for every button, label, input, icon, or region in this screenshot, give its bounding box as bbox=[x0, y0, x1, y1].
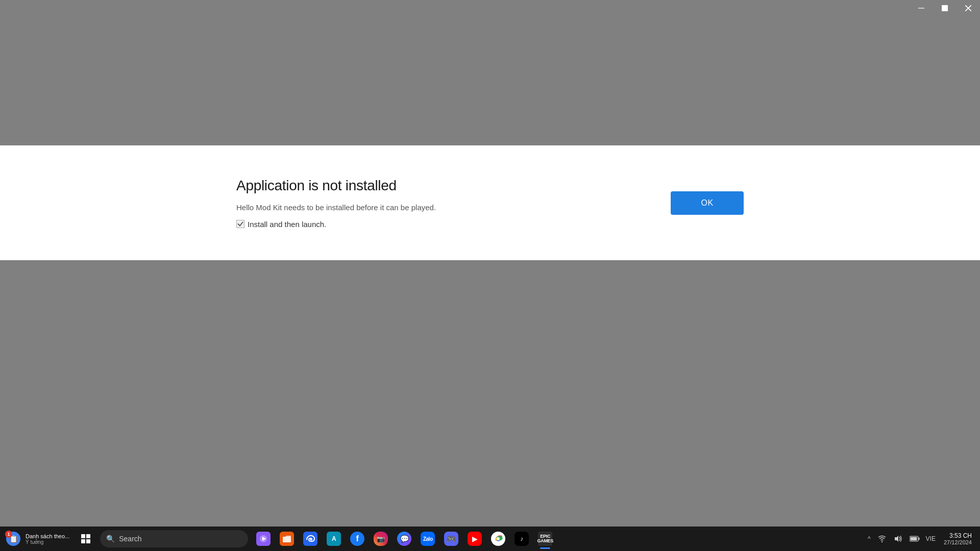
ok-button-container: OK bbox=[671, 145, 744, 260]
clock-time: 3:53 CH bbox=[944, 532, 972, 539]
search-placeholder: Search bbox=[119, 535, 141, 543]
taskbar-app-youtube[interactable]: ▶ bbox=[463, 528, 486, 550]
notification-icon-wrapper: 1 📋 bbox=[4, 530, 22, 548]
bottom-background bbox=[0, 260, 980, 531]
chrome-icon bbox=[491, 532, 505, 546]
taskbar-app-media-player[interactable] bbox=[252, 528, 275, 550]
dialog-title: Application is not installed bbox=[236, 178, 397, 194]
language-indicator[interactable]: VIE bbox=[924, 534, 938, 543]
svg-rect-16 bbox=[918, 538, 919, 540]
epic-games-icon: EPIC GAMES bbox=[538, 532, 552, 546]
notification-text: Danh sách theo... Ý tưởng bbox=[26, 533, 69, 545]
taskbar-app-edge[interactable] bbox=[299, 528, 322, 550]
taskbar-app-zalo[interactable]: Zalo bbox=[416, 528, 439, 550]
notification-title: Danh sách theo... bbox=[26, 533, 69, 539]
taskbar-app-discord[interactable]: 🎮 bbox=[440, 528, 462, 550]
svg-point-12 bbox=[497, 537, 500, 540]
taskbar-app-messenger[interactable]: 💬 bbox=[393, 528, 415, 550]
zalo-icon: Zalo bbox=[421, 532, 435, 546]
taskbar-app-epic-games[interactable]: EPIC GAMES bbox=[534, 528, 556, 550]
search-icon: 🔍 bbox=[106, 535, 115, 543]
taskbar-app-autodesk[interactable]: A bbox=[323, 528, 345, 550]
install-checkbox[interactable] bbox=[236, 220, 244, 228]
svg-rect-5 bbox=[86, 534, 90, 538]
svg-rect-1 bbox=[942, 6, 948, 11]
svg-point-13 bbox=[881, 541, 882, 542]
taskbar-app-instagram[interactable]: 📷 bbox=[370, 528, 392, 550]
taskbar: 1 📋 Danh sách theo... Ý tưởng 🔍 Search bbox=[0, 527, 980, 551]
install-label: Install and then launch. bbox=[248, 220, 326, 229]
taskbar-app-chrome[interactable] bbox=[487, 528, 509, 550]
svg-rect-17 bbox=[910, 537, 917, 541]
minimize-button[interactable] bbox=[910, 0, 933, 16]
system-tray: ^ VIE bbox=[866, 531, 980, 546]
battery-icon[interactable] bbox=[908, 532, 922, 546]
autodesk-icon: A bbox=[327, 532, 341, 546]
instagram-icon: 📷 bbox=[374, 532, 388, 546]
taskbar-app-tiktok[interactable]: ♪ bbox=[510, 528, 533, 550]
volume-icon[interactable] bbox=[891, 532, 905, 546]
taskbar-app-facebook[interactable]: f bbox=[346, 528, 369, 550]
file-explorer-icon bbox=[280, 532, 294, 546]
taskbar-apps: A f 📷 💬 Zalo 🎮 ▶ bbox=[252, 528, 556, 550]
checkbox-row: Install and then launch. bbox=[236, 220, 326, 229]
edge-icon bbox=[303, 532, 317, 546]
ok-button[interactable]: OK bbox=[671, 191, 744, 215]
notification-badge: 1 bbox=[5, 531, 12, 538]
svg-rect-0 bbox=[918, 8, 924, 8]
clock[interactable]: 3:53 CH 27/12/2024 bbox=[940, 531, 976, 546]
discord-icon: 🎮 bbox=[444, 532, 458, 546]
clock-date: 27/12/2024 bbox=[944, 539, 972, 545]
search-bar[interactable]: 🔍 Search bbox=[100, 530, 248, 547]
taskbar-notification[interactable]: 1 📋 Danh sách theo... Ý tưởng bbox=[0, 527, 74, 551]
restore-button[interactable] bbox=[933, 0, 957, 16]
notification-subtitle: Ý tưởng bbox=[26, 539, 69, 545]
tray-show-hidden[interactable]: ^ bbox=[866, 533, 873, 544]
svg-rect-7 bbox=[86, 539, 90, 543]
youtube-icon: ▶ bbox=[468, 532, 482, 546]
start-button[interactable] bbox=[74, 527, 98, 551]
media-player-icon bbox=[256, 532, 271, 546]
svg-rect-6 bbox=[81, 539, 85, 543]
svg-marker-14 bbox=[895, 536, 898, 542]
dialog-content: Application is not installed Hello Mod K… bbox=[0, 145, 980, 260]
messenger-icon: 💬 bbox=[397, 532, 411, 546]
svg-rect-10 bbox=[283, 537, 291, 542]
dialog-subtitle: Hello Mod Kit needs to be installed befo… bbox=[236, 203, 436, 212]
facebook-icon: f bbox=[350, 532, 364, 546]
close-button[interactable] bbox=[957, 0, 980, 16]
svg-rect-4 bbox=[81, 534, 85, 538]
top-background bbox=[0, 0, 980, 145]
taskbar-app-file-explorer[interactable] bbox=[276, 528, 298, 550]
wifi-icon[interactable] bbox=[875, 532, 889, 546]
tiktok-icon: ♪ bbox=[514, 532, 529, 546]
title-bar bbox=[910, 0, 980, 16]
